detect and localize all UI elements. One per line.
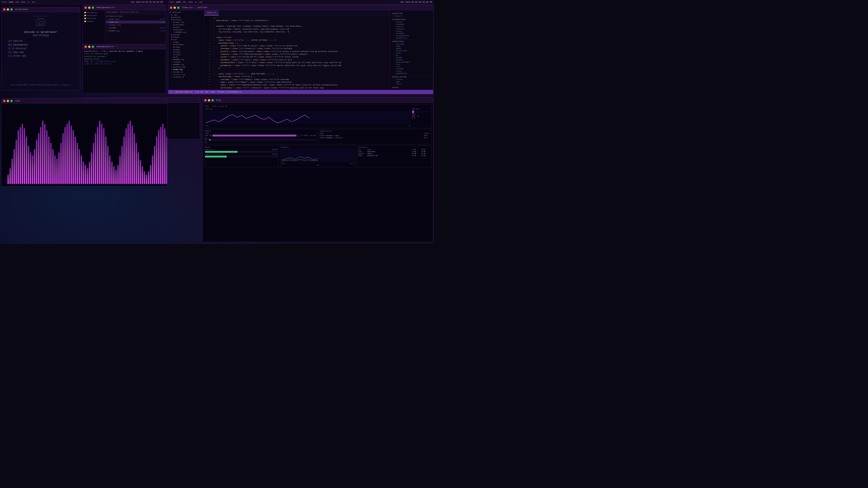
- editor-tab-flake[interactable]: flake.nix: [204, 10, 219, 15]
- fm-row-readme[interactable]: ▪ README.org 4.7K: [106, 29, 165, 32]
- tree-desktop-png[interactable]: ▪ desktop.png: [168, 66, 204, 68]
- fm-close-btn[interactable]: [85, 6, 87, 9]
- tree-themes[interactable]: ▶ themes: [168, 36, 204, 38]
- tree-work[interactable]: ▶ work: [168, 26, 204, 29]
- tree-pkgs[interactable]: ▶ pkgs: [168, 48, 204, 51]
- viz-min-btn[interactable]: [7, 100, 9, 102]
- fm-row-lock[interactable]: ▪ flake.lock 27.5K: [106, 18, 165, 21]
- sysmon-max-btn[interactable]: [212, 99, 214, 101]
- tree-install-sh[interactable]: ▪ install.sh: [168, 76, 204, 78]
- outline-outputs[interactable]: ⬡ outputs: [391, 15, 433, 17]
- tree-install-org[interactable]: ▪ install.org: [168, 73, 204, 76]
- tree-hardware[interactable]: ▶ hardware: [168, 43, 204, 46]
- term-max-btn[interactable]: [92, 46, 94, 48]
- outline-dotfilesdir[interactable]: · dotfilesDir: [391, 50, 433, 52]
- tree-profiles[interactable]: ▼ profiles: [168, 19, 204, 21]
- outline-term[interactable]: · term: [391, 63, 433, 66]
- nav-new-tab[interactable]: [t] [New tab]: [8, 51, 28, 54]
- outline-nixpkgs-system[interactable]: · system: [391, 78, 433, 80]
- tree-readme[interactable]: ▪ README.org: [168, 58, 204, 61]
- outline-editor[interactable]: · editor: [391, 70, 433, 72]
- sb-s2-r: 10s: [199, 1, 203, 3]
- outline-nixpkgs-editor[interactable]: · editor: [391, 83, 433, 85]
- viz-close-btn[interactable]: [3, 100, 5, 102]
- tree-harden[interactable]: ▪ harden.sh: [168, 71, 204, 73]
- fm-sidebar-themes[interactable]: 📁 Themes: [83, 20, 105, 23]
- tree-readme-profiles[interactable]: ▪ README.org: [168, 31, 204, 33]
- outline-wm[interactable]: · wm: [391, 54, 433, 57]
- tree-shell[interactable]: ▶ shell: [168, 51, 204, 53]
- tree-homelab[interactable]: ▶ home lab: [168, 21, 204, 24]
- tree-style[interactable]: ▶ style: [168, 53, 204, 56]
- outline-hostname[interactable]: · hostname: [391, 23, 433, 26]
- browser-min-btn[interactable]: [7, 8, 9, 11]
- outline-browser[interactable]: · browser: [391, 59, 433, 61]
- outline-defaultroamdir[interactable]: · defaultRoamDir: [391, 61, 433, 63]
- outline-grubdevice[interactable]: · grubDevice: [391, 37, 433, 39]
- nav-quickmarks[interactable]: [b] [Quickmarks]: [8, 43, 28, 46]
- outline-username[interactable]: · username: [391, 43, 433, 45]
- sysmon-min-btn[interactable]: [208, 99, 210, 101]
- fm-row-install[interactable]: ▪ install.org: [106, 24, 165, 26]
- tree-root[interactable]: ▼ .dotfiles: [168, 11, 204, 13]
- fm-row-license[interactable]: ▪ LICENSE 34.2K: [106, 26, 165, 29]
- tree-user[interactable]: ▼ user: [168, 38, 204, 41]
- viz-bar: [32, 156, 33, 184]
- outline-bootmode[interactable]: · bootMode: [391, 32, 433, 35]
- nav-close-tab[interactable]: [x] [Close tab]: [8, 55, 28, 58]
- tree-lang[interactable]: ▶ lang: [168, 46, 204, 48]
- outline-email[interactable]: · email: [391, 47, 433, 50]
- term-close-btn[interactable]: [85, 46, 87, 48]
- nav-search[interactable]: [o] [Search]: [8, 39, 28, 43]
- browser-title: qutebrowser: [15, 8, 28, 11]
- outline-spawneditor[interactable]: · spawnEditor: [391, 72, 433, 74]
- tree-patches[interactable]: ▶ patches: [168, 16, 204, 19]
- browser-max-btn[interactable]: [10, 8, 13, 11]
- fm-sidebar-external[interactable]: 📁 External: [83, 17, 105, 20]
- temp-edge-name: card0 (amdgpu): edge: [320, 135, 422, 136]
- tree-wm[interactable]: ▶ wm: [168, 56, 204, 58]
- viz-max-btn[interactable]: [10, 100, 13, 102]
- folder-icon: ▶: [174, 41, 175, 43]
- tree-worklab[interactable]: ▶ worklab: [168, 29, 204, 31]
- nav-history[interactable]: [S h] [History]: [8, 47, 28, 50]
- tree-flake-nix[interactable]: ▪ flake.nix: [168, 68, 204, 71]
- outline-profile[interactable]: · profile: [391, 26, 433, 28]
- outline-locale[interactable]: · locale: [391, 30, 433, 32]
- editor-max-btn[interactable]: [177, 6, 180, 9]
- tree-system[interactable]: ▶ system: [168, 33, 204, 36]
- fm-sidebar-downloads[interactable]: 📁 Downloads: [83, 14, 105, 17]
- tree-personal[interactable]: ▶ personal: [168, 24, 204, 26]
- sysmon-processes-title: Processes: [358, 147, 431, 148]
- code-content[interactable]: { description = class ="s">"Flake of Lib…: [212, 15, 390, 90]
- outline-nixpkgs-name[interactable]: · name: [391, 80, 433, 83]
- outline-theme[interactable]: · theme: [391, 52, 433, 54]
- outline-timezone[interactable]: · timezone: [391, 28, 433, 30]
- tree-readme2[interactable]: ▪ README.org: [168, 63, 204, 66]
- sysmon-memory-col: Memory 100% EAM: 95 5.7GiB/02.0iB 0% SW:: [204, 129, 317, 144]
- outline-fontpkg[interactable]: · fontPkg: [391, 68, 433, 70]
- tree-license[interactable]: ▪ LICENSE: [168, 61, 204, 63]
- tree-git[interactable]: ▶ .git: [168, 13, 204, 16]
- browser-close-btn[interactable]: [3, 8, 5, 11]
- property-icon: ·: [395, 52, 395, 54]
- outline-bootmountpath[interactable]: · bootMountPath: [391, 35, 433, 37]
- viz-title: cava: [15, 100, 20, 102]
- term-min-btn[interactable]: [88, 46, 90, 48]
- outline-wmtype[interactable]: · wmType: [391, 57, 433, 59]
- outline-system[interactable]: · system: [391, 21, 433, 23]
- code-area[interactable]: 1234567891011121314151617181920212223242…: [204, 15, 390, 90]
- fm-sidebar-documents[interactable]: 📁 Documents: [83, 11, 105, 14]
- editor-close-btn[interactable]: [170, 6, 172, 9]
- fm-row-nix[interactable]: ▪ flake.nix 2.2K: [106, 21, 165, 24]
- fm-min-btn[interactable]: [88, 6, 90, 9]
- sysmon-cpu-stats: CPU Use: 11% AVG: 13 @ 8: [412, 108, 430, 119]
- term-body[interactable]: emmet@snowfire :~$ cd ~/.dotfiles && nix…: [83, 49, 166, 94]
- fm-row-temp[interactable]: ▶ Temp-Settings: [106, 15, 165, 18]
- editor-min-btn[interactable]: [174, 6, 176, 9]
- outline-font[interactable]: · font: [391, 66, 433, 68]
- tree-app[interactable]: ▶ app: [168, 41, 204, 43]
- fm-max-btn[interactable]: [92, 6, 94, 9]
- sysmon-close-btn[interactable]: [204, 99, 207, 101]
- outline-name[interactable]: · name: [391, 45, 433, 47]
